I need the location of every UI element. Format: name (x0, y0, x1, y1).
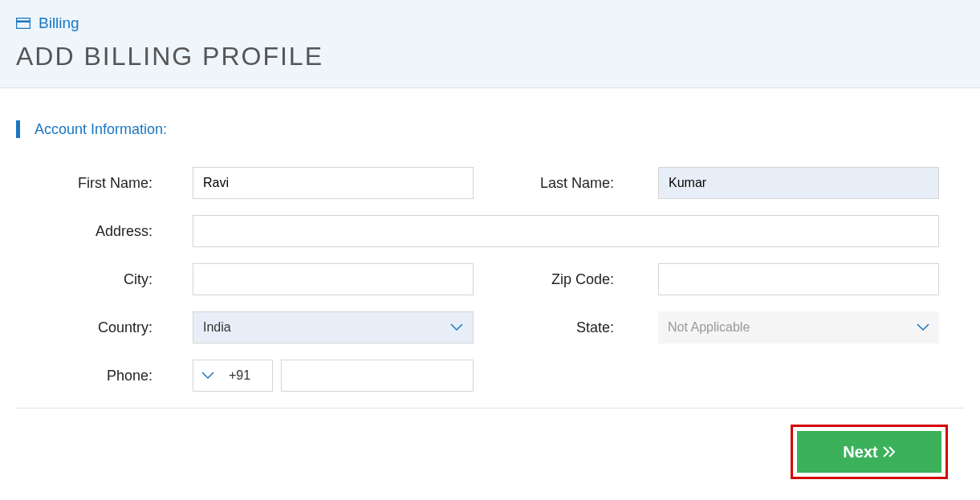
chevron-down-icon (201, 368, 214, 383)
next-button-label: Next (843, 443, 877, 461)
state-label: State: (498, 319, 658, 336)
row-phone: Phone: +91 (32, 360, 948, 392)
row-city-zip: City: Zip Code: (32, 263, 948, 295)
phone-input[interactable] (281, 360, 474, 392)
phone-code-value: +91 (229, 368, 250, 383)
state-select[interactable]: Not Applicable (658, 311, 939, 343)
credit-card-icon (16, 18, 30, 29)
row-address: Address: (32, 215, 948, 247)
section-title: Account Information: (16, 120, 964, 138)
breadcrumb-label[interactable]: Billing (39, 14, 79, 32)
divider (16, 408, 964, 409)
phone-label: Phone: (32, 368, 193, 384)
page-header: Billing ADD BILLING PROFILE (0, 0, 980, 88)
address-input[interactable] (193, 215, 939, 247)
section-title-bar (16, 120, 20, 138)
chevron-down-icon (917, 320, 929, 335)
footer: Next (16, 425, 964, 495)
breadcrumb: Billing (16, 14, 964, 32)
row-name: First Name: Last Name: (32, 167, 948, 199)
zip-code-label: Zip Code: (498, 271, 658, 288)
chevron-down-icon (450, 320, 463, 335)
country-label: Country: (32, 319, 193, 336)
address-label: Address: (32, 223, 193, 240)
next-button[interactable]: Next (797, 431, 941, 473)
svg-rect-0 (17, 18, 30, 29)
next-button-highlight: Next (791, 425, 948, 479)
zip-code-input[interactable] (658, 263, 939, 295)
state-select-value: Not Applicable (668, 320, 750, 335)
row-country-state: Country: India State: Not Applicable (32, 311, 948, 343)
first-name-input[interactable] (193, 167, 474, 199)
section-title-label: Account Information: (35, 121, 167, 138)
city-label: City: (32, 271, 193, 288)
first-name-label: First Name: (32, 175, 193, 192)
country-select[interactable]: India (193, 311, 474, 343)
page-title: ADD BILLING PROFILE (16, 42, 964, 71)
svg-rect-1 (16, 21, 30, 23)
city-input[interactable] (193, 263, 474, 295)
last-name-label: Last Name: (498, 175, 658, 192)
last-name-input[interactable] (658, 167, 939, 199)
country-select-value: India (203, 320, 231, 335)
phone-code-select[interactable]: +91 (193, 360, 273, 392)
double-chevron-right-icon (883, 443, 896, 461)
content-area: Account Information: First Name: Last Na… (0, 88, 980, 500)
form-area: First Name: Last Name: Address: City: Zi… (16, 167, 964, 392)
